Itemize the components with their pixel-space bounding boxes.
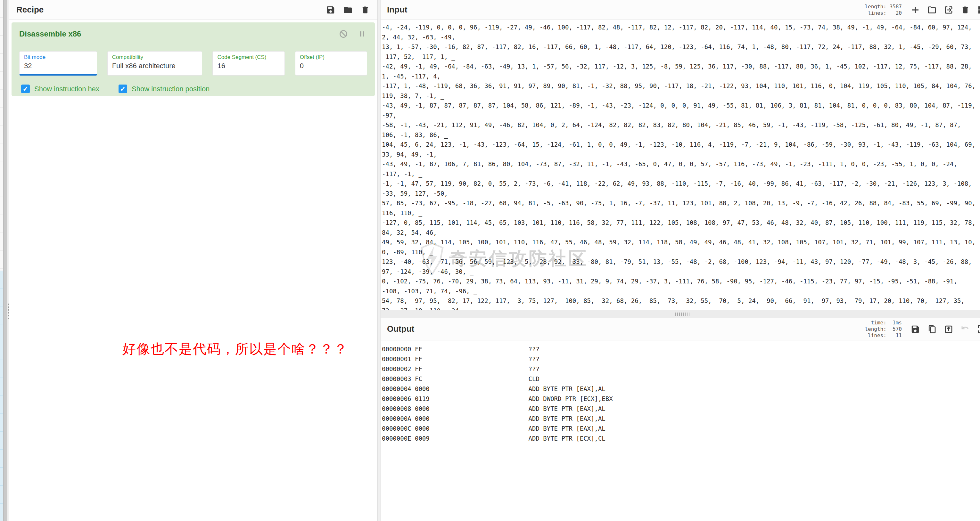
recipe-pane: Recipe Disassemble x86 (9, 0, 377, 521)
show-instruction-position-label: Show instruction position (132, 85, 210, 93)
instruction-mnemonic: ADD DWORD PTR [ECX],EBX (528, 395, 613, 402)
disassembly-row: 0000000E 0009ADD BYTE PTR [ECX],CL (382, 434, 979, 443)
disassembly-row: 00000000 FF??? (382, 344, 979, 354)
show-instruction-hex-checkbox[interactable]: ✓ (21, 84, 30, 93)
show-instruction-position-checkbox[interactable]: ✓ (119, 84, 127, 93)
disassembly-row: 00000006 0119ADD DWORD PTR [ECX],EBX (382, 394, 979, 404)
recipe-title: Recipe (16, 5, 44, 15)
disable-operation-icon[interactable] (338, 29, 348, 39)
disassembly-row: 0000000C 0000ADD BYTE PTR [EAX],AL (382, 424, 979, 434)
instruction-position-hex: 00000004 0000 (382, 384, 528, 394)
offset-ip-value: 0 (300, 62, 362, 70)
operations-list-edge (0, 0, 3, 521)
favourite-operations-edge (0, 271, 3, 521)
show-instruction-hex-label: Show instruction hex (34, 85, 99, 93)
add-input-tab-icon[interactable] (910, 5, 920, 15)
instruction-position-hex: 00000002 FF (382, 364, 528, 374)
input-stats: length: 3587 lines: 20 (865, 3, 902, 16)
instruction-position-hex: 00000008 0000 (382, 404, 528, 414)
code-segment-label: Code Segment (CS) (217, 54, 280, 60)
instruction-position-hex: 0000000A 0000 (382, 414, 528, 424)
vertical-pane-splitter[interactable] (377, 0, 380, 521)
instruction-mnemonic: ADD BYTE PTR [EAX],AL (528, 385, 606, 392)
disassembly-row: 0000000A 0000ADD BYTE PTR [EAX],AL (382, 414, 979, 424)
code-segment-value: 16 (217, 62, 280, 70)
save-output-icon[interactable] (910, 324, 920, 334)
input-textarea[interactable]: -4, -24, -119, 0, 0, 0, 96, -119, -27, 4… (382, 22, 979, 310)
maximise-output-icon[interactable] (977, 324, 980, 334)
clear-input-trash-icon[interactable] (960, 5, 970, 15)
output-title: Output (387, 324, 414, 334)
open-file-as-input-icon[interactable] (943, 5, 954, 15)
instruction-mnemonic: ??? (528, 365, 539, 372)
input-title: Input (387, 5, 407, 15)
open-folder-icon[interactable] (927, 5, 937, 15)
instruction-mnemonic: ??? (528, 346, 539, 353)
instruction-position-hex: 00000006 0119 (382, 394, 528, 404)
recipe-header: Recipe (9, 0, 377, 20)
compatibility-label: Compatibility (112, 54, 198, 60)
disassembly-row: 00000002 FF??? (382, 364, 979, 374)
save-recipe-icon[interactable] (326, 5, 336, 15)
instruction-mnemonic: CLD (528, 375, 539, 382)
disassembly-row: 00000008 0000ADD BYTE PTR [EAX],AL (382, 404, 979, 414)
offset-ip-label: Offset (IP) (300, 54, 362, 60)
instruction-position-hex: 00000003 FC (382, 374, 528, 384)
clear-recipe-trash-icon[interactable] (360, 5, 370, 15)
load-recipe-folder-icon[interactable] (343, 5, 353, 15)
breakpoint-pause-icon[interactable] (357, 29, 367, 39)
red-annotation-text: 好像也不是代码，所以是个啥？？？ (123, 340, 348, 358)
compatibility-value: Full x86 architecture (112, 62, 198, 70)
instruction-mnemonic: ADD BYTE PTR [EAX],AL (528, 405, 606, 412)
undo-icon (960, 324, 970, 334)
code-segment-field[interactable]: Code Segment (CS) 16 (212, 51, 285, 76)
output-stats: time: 1ms length: 570 lines: 11 (865, 319, 902, 339)
instruction-position-hex: 00000000 FF (382, 344, 528, 354)
output-area[interactable]: 00000000 FF???00000001 FF???00000002 FF?… (382, 344, 979, 517)
disassembly-row: 00000001 FF??? (382, 354, 979, 364)
operation-title: Disassemble x86 (19, 29, 81, 38)
io-splitter-grip[interactable] (675, 313, 689, 316)
instruction-position-hex: 0000000C 0000 (382, 424, 528, 434)
disassembly-row: 00000004 0000ADD BYTE PTR [EAX],AL (382, 384, 979, 394)
instruction-position-hex: 0000000E 0009 (382, 434, 528, 443)
maximise-input-icon[interactable] (977, 5, 980, 15)
instruction-mnemonic: ??? (528, 356, 539, 362)
copy-output-icon[interactable] (927, 324, 937, 334)
io-horizontal-splitter[interactable] (380, 310, 980, 318)
instruction-mnemonic: ADD BYTE PTR [EAX],AL (528, 415, 606, 422)
bit-mode-value: 32 (24, 62, 92, 70)
bit-mode-label: Bit mode (24, 54, 92, 60)
bit-mode-select[interactable]: Bit mode 32 (19, 51, 97, 76)
instruction-mnemonic: ADD BYTE PTR [ECX],CL (528, 435, 606, 442)
input-header: Input length: 3587 lines: 20 (380, 0, 980, 20)
operations-scrollbar[interactable] (3, 0, 7, 521)
move-output-to-input-icon[interactable] (943, 324, 954, 334)
instruction-mnemonic: ADD BYTE PTR [EAX],AL (528, 425, 606, 432)
instruction-position-hex: 00000001 FF (382, 354, 528, 364)
operation-disassemble-x86[interactable]: Disassemble x86 Bit mode 32 Compatibilit… (11, 22, 375, 96)
offset-ip-field[interactable]: Offset (IP) 0 (295, 51, 367, 76)
disassembly-row: 00000003 FCCLD (382, 374, 979, 384)
pane-resize-grip[interactable] (8, 303, 9, 319)
output-header: Output time: 1ms length: 570 lines: 11 (380, 318, 980, 340)
compatibility-select[interactable]: Compatibility Full x86 architecture (107, 51, 202, 76)
